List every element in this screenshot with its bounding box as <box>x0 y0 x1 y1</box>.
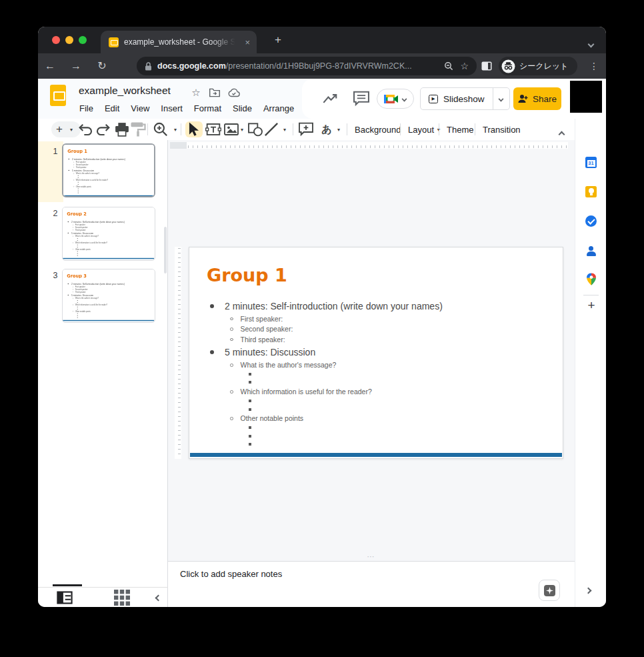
bullet-text: Other notable points <box>241 414 304 422</box>
menu-arrange[interactable]: Arrange <box>263 101 294 116</box>
meet-button[interactable] <box>377 89 414 109</box>
slide-filmstrip: 1 Group 1 2 minutes: Self-introduction (… <box>38 140 168 607</box>
slide-thumbnail-1[interactable]: Group 1 2 minutes: Self-introduction (wr… <box>62 143 155 197</box>
menu-slide[interactable]: Slide <box>233 101 252 116</box>
theme-button[interactable]: Theme <box>447 121 473 137</box>
notes-resize-handle[interactable]: ⋯ <box>361 552 381 561</box>
new-tab-button[interactable]: + <box>270 32 286 48</box>
cloud-status-icon[interactable] <box>228 87 240 99</box>
line-dropdown-icon[interactable]: ▾ <box>281 121 289 137</box>
grid-view-button[interactable] <box>114 590 130 606</box>
collapse-toolbar-chevron-icon[interactable] <box>559 127 564 139</box>
document-title[interactable]: example_worksheet <box>79 85 171 97</box>
keep-icon[interactable] <box>585 185 597 198</box>
bullet-glyph <box>249 443 251 446</box>
tab-close-icon[interactable]: × <box>245 38 250 47</box>
browser-window: example_worksheet - Google S × + ← → ↻ d… <box>38 27 606 607</box>
minimize-window-button[interactable] <box>65 36 73 44</box>
tab-overflow-chevron-icon[interactable] <box>589 37 593 49</box>
background-button[interactable]: Background <box>355 121 401 137</box>
textbox-icon[interactable] <box>205 121 221 137</box>
back-icon[interactable]: ← <box>42 58 58 74</box>
speaker-notes-placeholder[interactable]: Click to add speaker notes <box>180 569 282 579</box>
print-icon[interactable] <box>114 121 130 137</box>
undo-icon[interactable] <box>78 121 94 137</box>
move-folder-icon[interactable] <box>209 87 221 99</box>
transition-button[interactable]: Transition <box>483 121 521 137</box>
zoom-dropdown-icon[interactable]: ▾ <box>171 121 179 137</box>
side-panel-icon[interactable] <box>481 60 493 72</box>
new-slide-button[interactable]: + <box>51 121 67 137</box>
meet-dropdown-icon[interactable] <box>402 96 407 101</box>
browser-toolbar: ← → ↻ docs.google.com/presentation/d/1H9… <box>38 53 606 79</box>
account-avatar[interactable] <box>570 81 602 113</box>
input-tools-icon[interactable]: あ <box>319 121 335 137</box>
contacts-icon[interactable] <box>585 244 597 257</box>
insert-shape-icon[interactable] <box>247 121 263 137</box>
insert-image-icon[interactable] <box>223 121 239 137</box>
comments-icon[interactable] <box>353 90 370 107</box>
menu-edit[interactable]: Edit <box>105 101 119 116</box>
layout-button[interactable]: Layout▾ <box>408 121 440 137</box>
bullet-text: First speaker: <box>75 224 86 226</box>
insert-comment-icon[interactable] <box>298 121 314 137</box>
slide-thumbnail-3[interactable]: Group 3 2 minutes: Self-introduction (wr… <box>62 269 155 323</box>
filmstrip-footer-divider <box>38 587 168 588</box>
url-path: /presentation/d/1H9Bbuj9PG-87dIVRVRWm2CK… <box>226 61 412 71</box>
close-window-button[interactable] <box>52 36 60 44</box>
bullet-glyph <box>68 233 69 233</box>
new-slide-dropdown-icon[interactable]: ▾ <box>67 121 75 137</box>
ai-assist-button[interactable] <box>539 580 560 601</box>
slide-thumbnail-2[interactable]: Group 2 2 minutes: Self-introduction (wr… <box>62 207 155 261</box>
star-document-icon[interactable]: ☆ <box>190 87 202 99</box>
bullet-glyph <box>73 167 74 167</box>
tasks-icon[interactable] <box>585 215 597 227</box>
show-side-panel-chevron-icon[interactable] <box>586 588 591 593</box>
slide-title[interactable]: Group 1 <box>207 265 287 285</box>
paint-format-icon[interactable] <box>130 121 146 137</box>
bullet-text: First speaker: <box>241 315 283 323</box>
insert-line-icon[interactable] <box>263 121 279 137</box>
bullet-item-level-2: What is the author's message? <box>189 360 563 371</box>
menu-file[interactable]: File <box>79 101 93 116</box>
bullet-glyph <box>78 184 79 185</box>
bullet-item-level-2: Third speaker: <box>189 334 563 345</box>
input-tools-dropdown-icon[interactable]: ▾ <box>335 121 343 137</box>
bullet-glyph <box>68 295 69 295</box>
toolbar-divider <box>147 123 148 135</box>
filmstrip-view-button[interactable] <box>57 590 73 606</box>
address-bar[interactable]: docs.google.com/presentation/d/1H9Bbuj9P… <box>137 57 477 75</box>
redo-icon[interactable] <box>95 121 111 137</box>
reload-icon[interactable]: ↻ <box>94 58 110 74</box>
page-zoom-icon[interactable] <box>444 61 453 71</box>
slides-logo-icon[interactable] <box>50 85 66 106</box>
toolbar-divider <box>439 123 439 135</box>
share-button[interactable]: Share <box>513 87 561 110</box>
get-add-ons-button[interactable]: + <box>583 297 599 313</box>
calendar-icon[interactable]: 31 <box>585 156 597 169</box>
slideshow-dropdown-button[interactable] <box>493 88 509 109</box>
zoom-tool-icon[interactable] <box>153 121 169 137</box>
filmstrip-scrollbar[interactable] <box>164 227 167 273</box>
incognito-badge: シークレット <box>499 57 577 75</box>
slide-body-text[interactable]: 2 minutes: Self-introduction (write down… <box>189 298 563 448</box>
bookmark-star-icon[interactable]: ☆ <box>460 61 469 71</box>
slideshow-button[interactable]: ▶ Slideshow <box>421 88 493 109</box>
browser-menu-kebab-icon[interactable]: ⋮ <box>586 58 602 74</box>
toolbar-divider <box>293 123 293 135</box>
thumb-slide-bullets: 2 minutes: Self-introduction (write down… <box>63 220 154 257</box>
url-host: docs.google.com <box>157 61 226 71</box>
slide-editor-surface[interactable]: Group 1 2 minutes: Self-introduction (wr… <box>189 247 563 459</box>
menu-format[interactable]: Format <box>194 101 221 116</box>
select-cursor-icon[interactable] <box>186 121 202 137</box>
image-dropdown-icon[interactable]: ▾ <box>238 121 246 137</box>
zoom-window-button[interactable] <box>79 36 87 44</box>
activity-trend-icon[interactable] <box>322 90 339 107</box>
forward-icon[interactable]: → <box>68 58 84 74</box>
browser-tab[interactable]: example_worksheet - Google S × <box>101 31 257 53</box>
menu-insert[interactable]: Insert <box>161 101 183 116</box>
bullet-glyph <box>73 289 73 289</box>
maps-icon[interactable] <box>585 273 597 285</box>
collapse-filmstrip-chevron-icon[interactable] <box>150 590 166 606</box>
menu-view[interactable]: View <box>131 101 149 116</box>
